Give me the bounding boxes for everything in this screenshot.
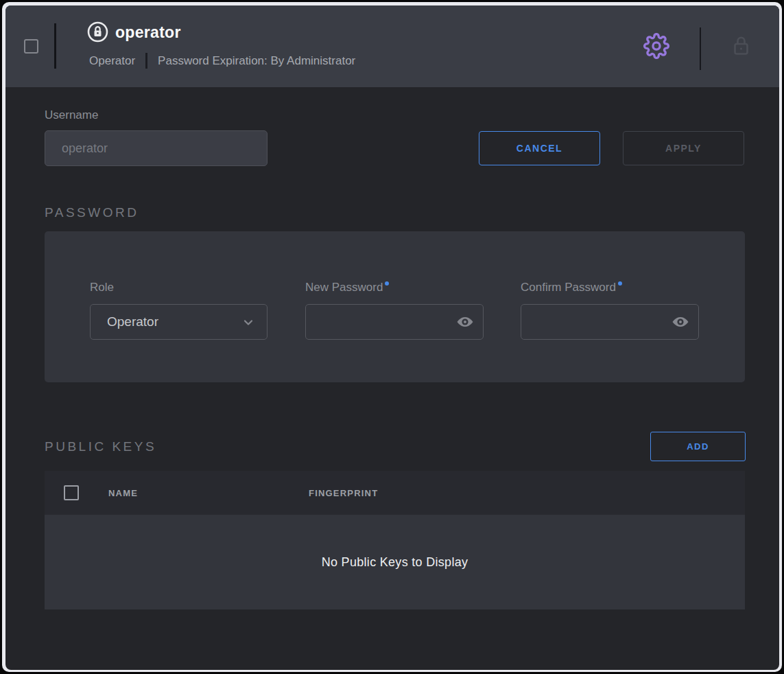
user-detail-card: operator Operator Password Expiration: B… bbox=[5, 5, 779, 670]
empty-state-message: No Public Keys to Display bbox=[322, 555, 468, 570]
settings-button[interactable] bbox=[643, 33, 669, 59]
column-header-fingerprint: FINGERPRINT bbox=[309, 488, 378, 498]
eye-icon bbox=[455, 323, 475, 333]
password-panel: Role Operator New Password bbox=[45, 231, 745, 382]
required-indicator bbox=[618, 281, 622, 286]
public-keys-section-title: PUBLIC KEYS bbox=[45, 439, 156, 454]
select-user-checkbox[interactable] bbox=[24, 39, 38, 54]
lock-in-circle-icon bbox=[87, 21, 108, 43]
public-keys-table-header: NAME FINGERPRINT bbox=[45, 471, 745, 515]
subtitle-divider bbox=[145, 53, 147, 69]
reveal-confirm-password-button[interactable] bbox=[670, 313, 691, 331]
confirm-password-field: Confirm Password bbox=[521, 281, 699, 340]
cancel-button[interactable]: CANCEL bbox=[479, 131, 600, 165]
header-bar: operator Operator Password Expiration: B… bbox=[5, 5, 779, 87]
page-title: operator bbox=[115, 23, 181, 42]
password-expiration-text: Password Expiration: By Administrator bbox=[158, 54, 355, 68]
header-divider-2 bbox=[700, 27, 701, 70]
new-password-field: New Password bbox=[305, 281, 484, 340]
password-section-title: PASSWORD bbox=[45, 205, 139, 220]
username-input[interactable] bbox=[45, 130, 268, 166]
role-label: Role bbox=[90, 281, 268, 294]
public-keys-table-body: No Public Keys to Display bbox=[45, 515, 745, 609]
user-role-text: Operator bbox=[89, 54, 135, 68]
header-subtitle: Operator Password Expiration: By Adminis… bbox=[89, 53, 355, 69]
role-select[interactable]: Operator bbox=[90, 304, 268, 340]
header-divider bbox=[54, 23, 56, 69]
select-all-keys-checkbox[interactable] bbox=[64, 485, 79, 500]
add-public-key-button[interactable]: ADD bbox=[650, 432, 746, 461]
role-field: Role Operator bbox=[90, 281, 268, 340]
lock-icon bbox=[730, 49, 752, 59]
eye-icon bbox=[670, 323, 691, 333]
role-selected-value: Operator bbox=[107, 314, 158, 329]
confirm-password-label: Confirm Password bbox=[521, 281, 699, 294]
column-header-name: NAME bbox=[108, 488, 138, 498]
username-label: Username bbox=[45, 108, 98, 122]
reveal-new-password-button[interactable] bbox=[455, 313, 475, 331]
apply-button[interactable]: APPLY bbox=[623, 131, 744, 165]
new-password-label: New Password bbox=[305, 281, 484, 294]
lock-user-button[interactable] bbox=[730, 34, 752, 57]
gear-icon bbox=[643, 51, 669, 61]
required-indicator bbox=[385, 281, 389, 286]
